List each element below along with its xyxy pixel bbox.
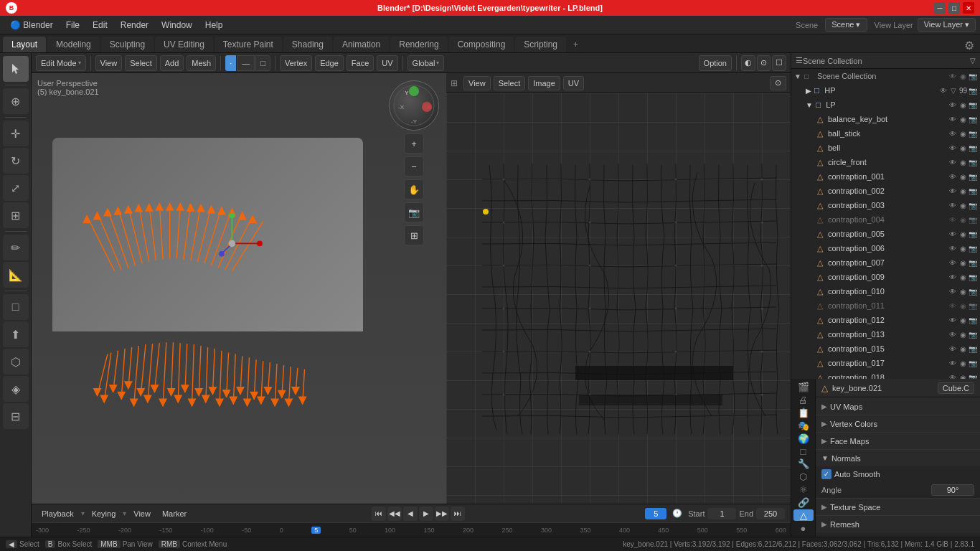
menu-file[interactable]: File	[60, 19, 85, 32]
remesh-header[interactable]: ▶ Remesh	[816, 515, 980, 532]
viewlayer-dropdown[interactable]: View Layer ▾	[918, 18, 976, 32]
current-frame-input[interactable]: 5	[645, 508, 666, 519]
outliner-item-contraption-011[interactable]: △ contraption_011 👁 ◉ 📷	[791, 298, 980, 313]
face-menu-btn[interactable]: Face	[347, 55, 374, 71]
jump-end-btn[interactable]: ⏭	[451, 507, 465, 521]
menu-render[interactable]: Render	[115, 19, 154, 32]
tab-shading[interactable]: Shading	[283, 37, 332, 52]
zoom-out-button[interactable]: −	[404, 156, 424, 176]
tab-texture-paint[interactable]: Texture Paint	[215, 37, 282, 52]
lp-sel[interactable]: ◉	[958, 101, 967, 109]
mode-dropdown[interactable]: Edit Mode ▾	[36, 55, 86, 71]
props-modifier-icon[interactable]: 🔧	[793, 458, 814, 470]
end-value[interactable]: 250	[756, 508, 785, 519]
props-scene-icon[interactable]: 🎭	[793, 420, 814, 431]
outliner-item-contraption-012[interactable]: △ contraption_012 👁 ◉ 📷	[791, 313, 980, 327]
hp-val[interactable]: ▽	[949, 87, 958, 95]
props-object-icon[interactable]: □	[793, 446, 814, 457]
menu-edit[interactable]: Edit	[87, 19, 113, 32]
tab-modeling[interactable]: Modeling	[47, 37, 100, 52]
uv-menu-btn[interactable]: UV	[377, 55, 397, 71]
pan-view-button[interactable]: ✋	[404, 179, 424, 199]
zoom-in-button[interactable]: +	[404, 133, 424, 154]
outliner-item-contraption-006[interactable]: △ contraption_006 👁 ◉ 📷	[791, 241, 980, 255]
tab-uv-editing[interactable]: UV Editing	[155, 37, 213, 52]
props-world-icon[interactable]: 🌍	[793, 433, 814, 444]
outliner-item-contraption-010[interactable]: △ contraption_010 👁 ◉ 📷	[791, 284, 980, 298]
outliner-item-contraption-001[interactable]: △ contraption_001 👁 ◉ 📷	[791, 169, 980, 184]
outliner-item-contraption-017[interactable]: △ contraption_017 👁 ◉ 📷	[791, 356, 980, 370]
transform-dropdown[interactable]: Global ▾	[407, 55, 445, 71]
outliner-item-contraption-003[interactable]: △ contraption_003 👁 ◉ 📷	[791, 198, 980, 212]
lp-cam[interactable]: 📷	[969, 101, 977, 109]
preferences-icon[interactable]: ⚙	[961, 39, 977, 52]
tab-sculpting[interactable]: Sculpting	[101, 37, 154, 52]
outliner-item-contraption-018[interactable]: △ contraption_018 👁 ◉ 📷	[791, 370, 980, 379]
tab-compositing[interactable]: Compositing	[449, 37, 514, 52]
hp-cam[interactable]: 📷	[969, 87, 977, 95]
play-backward-btn[interactable]: ◀	[403, 507, 418, 521]
maximize-button[interactable]: □	[948, 2, 960, 14]
v-eye[interactable]: 👁	[948, 116, 957, 123]
scene-dropdown[interactable]: Scene ▾	[825, 18, 867, 32]
uv-maps-section-header[interactable]: ▶ UV Maps	[816, 397, 980, 415]
uv-uv-btn[interactable]: UV	[563, 76, 584, 90]
outliner-scene-collection[interactable]: ▼ □ Scene Collection 👁 ◉ 📷	[791, 69, 980, 83]
rotate-tool-button[interactable]: ↻	[3, 148, 29, 174]
play-btn[interactable]: ▶	[419, 507, 433, 521]
texture-space-header[interactable]: ▶ Texture Space	[816, 498, 980, 515]
extrude-tool-button[interactable]: ⬆	[3, 321, 29, 347]
menu-blender[interactable]: 🔵 Blender	[4, 19, 59, 32]
add-menu-btn[interactable]: Add	[160, 55, 184, 71]
annotate-tool-button[interactable]: ✏	[3, 235, 29, 260]
uv-image-btn[interactable]: Image	[528, 76, 560, 90]
outliner-item-hp[interactable]: ▶ □ HP 👁 ▽ 99 📷	[791, 83, 980, 98]
uv-select-btn[interactable]: Select	[494, 76, 526, 90]
loop-cut-tool-button[interactable]: ⊟	[3, 403, 29, 429]
uv-editor[interactable]: ⊞ View Select Image UV ⊙	[446, 73, 791, 504]
tab-layout[interactable]: Layout	[3, 37, 46, 52]
outliner-item-ball-stick[interactable]: △ ball_stick 👁 ◉ 📷	[791, 126, 980, 141]
measure-tool-button[interactable]: 📐	[3, 262, 29, 288]
tab-animation[interactable]: Animation	[334, 37, 389, 52]
select-tool-button[interactable]	[3, 56, 29, 82]
vertex-colors-header[interactable]: ▶ Vertex Colors	[816, 415, 980, 432]
viewport-overlay-btn[interactable]: ⊙	[757, 55, 771, 71]
add-mesh-tool-button[interactable]: □	[3, 294, 29, 320]
select-icon[interactable]: ◉	[958, 72, 967, 80]
outliner-item-contraption-013[interactable]: △ contraption_013 👁 ◉ 📷	[791, 327, 980, 342]
menu-help[interactable]: Help	[199, 19, 229, 32]
menu-window[interactable]: Window	[156, 19, 198, 32]
xray-btn[interactable]: ☐	[772, 55, 786, 71]
normals-header[interactable]: ▼ Normals	[816, 449, 980, 466]
tab-scripting[interactable]: Scripting	[515, 37, 566, 52]
outliner-item-bell[interactable]: △ bell 👁 ◉ 📷	[791, 141, 980, 155]
jump-start-btn[interactable]: ⏮	[372, 507, 386, 521]
mesh-menu-btn[interactable]: Mesh	[187, 55, 216, 71]
outliner-item-contraption-002[interactable]: △ contraption_002 👁 ◉ 📷	[791, 184, 980, 198]
next-frame-btn[interactable]: ▶▶	[435, 507, 449, 521]
minimize-button[interactable]: ─	[934, 2, 946, 14]
view-menu-btn[interactable]: View	[95, 55, 123, 71]
outliner-item-balance-key-bot[interactable]: △ balance_key_bot 👁 ◉ 📷	[791, 112, 980, 126]
outliner-item-contraption-005[interactable]: △ contraption_005 👁 ◉ 📷	[791, 227, 980, 241]
inset-tool-button[interactable]: ⬡	[3, 349, 29, 375]
select-menu-btn[interactable]: Select	[125, 55, 157, 71]
edge-select-btn[interactable]: —	[237, 55, 255, 71]
uv-view-btn[interactable]: View	[463, 76, 491, 90]
props-output-icon[interactable]: 🖨	[793, 395, 814, 406]
prev-frame-btn[interactable]: ◀◀	[387, 507, 402, 521]
bevel-tool-button[interactable]: ◈	[3, 376, 29, 402]
outliner-item-contraption-009[interactable]: △ contraption_009 👁 ◉ 📷	[791, 270, 980, 284]
outliner-item-lp[interactable]: ▼ □ LP 👁 ◉ 📷	[791, 98, 980, 112]
viewport-shading-btn[interactable]: ◐	[741, 55, 755, 71]
props-physics-icon[interactable]: ⚛	[793, 484, 814, 496]
close-button[interactable]: ✕	[963, 2, 974, 14]
props-data-icon[interactable]: △	[793, 509, 814, 521]
outliner-item-contraption-015[interactable]: △ contraption_015 👁 ◉ 📷	[791, 342, 980, 356]
v-sel[interactable]: ◉	[958, 116, 967, 123]
outliner-item-circle-front[interactable]: △ circle_front 👁 ◉ 📷	[791, 155, 980, 169]
add-workspace-button[interactable]: +	[567, 37, 584, 52]
timeline-view-menu[interactable]: View	[129, 508, 155, 519]
transform-tool-button[interactable]: ⊞	[3, 202, 29, 228]
